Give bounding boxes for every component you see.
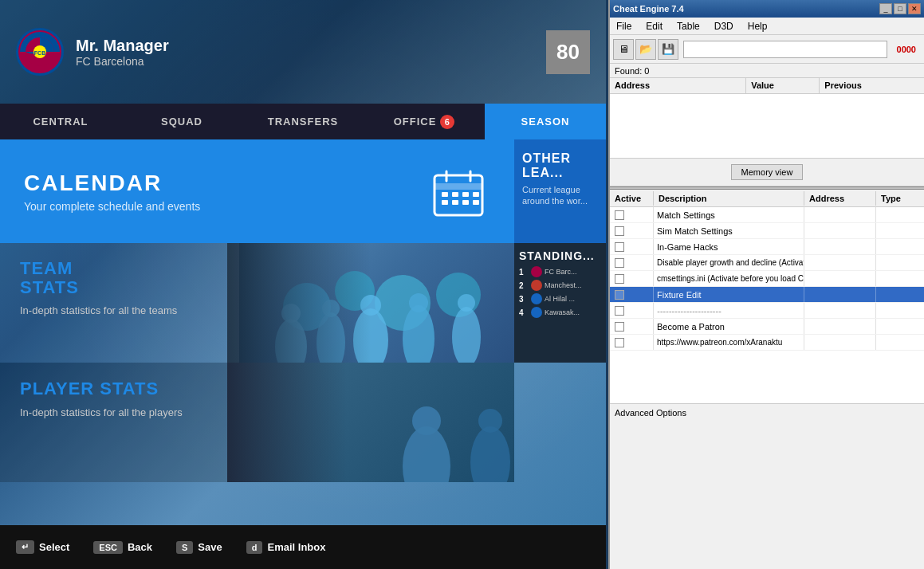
ce-cell-check-8[interactable] <box>610 335 654 350</box>
ce-cell-sep-desc: ---------------------- <box>654 303 804 318</box>
ce-cell-type-6 <box>876 287 924 302</box>
ce-titlebar: Cheat Engine 7.4 _ □ ✕ <box>610 0 924 18</box>
manager-name: Mr. Manager <box>76 37 546 55</box>
ce-cell-check-4[interactable] <box>610 255 654 270</box>
manager-info: Mr. Manager FC Barcelona <box>76 37 546 68</box>
ce-cell-type-4 <box>876 255 924 270</box>
ce-cell-desc-8: https://www.patreon.com/xAranaktu <box>654 335 804 350</box>
team-stats-subtitle: In-depth statistics for all the teams <box>20 304 219 318</box>
ce-tool-save[interactable]: 💾 <box>658 39 678 60</box>
select-label: Select <box>39 541 69 553</box>
ce-row-sim-match[interactable]: Sim Match Settings <box>610 223 924 239</box>
standings-title: STANDING... <box>519 249 601 262</box>
standing-badge-4 <box>531 307 542 318</box>
ce-title: Cheat Engine 7.4 <box>613 4 879 14</box>
standing-row-4: 4 Kawasak... <box>519 307 601 318</box>
action-email[interactable]: d Email Inbox <box>246 541 326 554</box>
svg-rect-8 <box>452 192 458 197</box>
ce-memory-view-area: Memory view <box>610 158 924 186</box>
ce-checkbox-4[interactable] <box>615 258 624 268</box>
ce-cell-check-6[interactable] <box>610 287 654 302</box>
ce-advanced-options[interactable]: Advanced Options <box>615 408 686 418</box>
menu-edit[interactable]: Edit <box>643 19 666 33</box>
ce-tool-open[interactable]: 📂 <box>635 39 656 60</box>
ce-upper-table-header: Address Value Previous <box>610 78 924 94</box>
action-back[interactable]: ESC Back <box>93 541 152 554</box>
ce-search-input[interactable] <box>687 45 883 54</box>
player-stats-title: PLAYER STATS <box>20 379 219 399</box>
key-esc: ESC <box>93 541 123 554</box>
ce-checkbox-6[interactable] <box>615 290 624 300</box>
ce-cell-type-5 <box>876 271 924 286</box>
ce-checkbox-3[interactable] <box>615 242 624 252</box>
tab-season[interactable]: SEASON <box>485 104 606 139</box>
svg-rect-7 <box>442 192 448 197</box>
svg-rect-14 <box>473 200 479 205</box>
ce-checkbox-2[interactable] <box>615 226 624 236</box>
menu-file[interactable]: File <box>613 19 635 33</box>
calendar-subtitle: Your complete schedule and events <box>24 200 427 213</box>
ce-cell-check-1[interactable] <box>610 207 654 222</box>
ce-bottom-footer: Advanced Options <box>610 403 924 421</box>
ce-cell-check-7[interactable] <box>610 319 654 334</box>
ce-cell-check-3[interactable] <box>610 239 654 254</box>
ce-cell-sep-addr <box>804 303 876 318</box>
ce-close-button[interactable]: ✕ <box>908 3 921 14</box>
ce-cell-check-2[interactable] <box>610 223 654 238</box>
ce-checkbox-8[interactable] <box>615 338 624 347</box>
ce-cell-addr-4 <box>804 255 876 270</box>
ce-checkbox-1[interactable] <box>615 210 624 220</box>
ce-tool-screen[interactable]: 🖥 <box>613 39 634 60</box>
action-select[interactable]: ↵ Select <box>16 540 69 554</box>
ce-th-address: Address <box>610 78 746 93</box>
ce-toolbar: 🖥 📂 💾 0000 <box>610 35 924 64</box>
calendar-section[interactable]: CALENDAR Your complete schedule and even… <box>0 139 514 243</box>
tab-office[interactable]: OFFICE 6 <box>364 104 485 139</box>
ce-cell-desc-4: Disable player growth and decline (Activ… <box>654 255 804 270</box>
ce-cell-type-7 <box>876 319 924 334</box>
ce-row-fixture-edit[interactable]: Fixture Edit <box>610 287 924 303</box>
ce-row-cmsettings[interactable]: cmsettings.ini (Activate before you load… <box>610 271 924 287</box>
tab-central[interactable]: CENTRAL <box>0 104 121 139</box>
ce-row-ingame-hacks[interactable]: In-Game Hacks <box>610 239 924 255</box>
team-stats-title: TEAMSTATS <box>20 259 219 297</box>
ce-maximize-button[interactable]: □ <box>894 3 906 14</box>
other-leagues-text: Current league around the wor... <box>522 184 598 207</box>
ce-checkbox-7[interactable] <box>615 322 624 332</box>
ce-cell-desc-5: cmsettings.ini (Activate before you load… <box>654 271 804 286</box>
other-leagues-section[interactable]: OTHER LEA... Current league around the w… <box>514 139 606 243</box>
ce-row-patreon-url[interactable]: https://www.patreon.com/xAranaktu <box>610 335 924 351</box>
ce-row-disable-growth[interactable]: Disable player growth and decline (Activ… <box>610 255 924 271</box>
tab-transfers[interactable]: TRANSFERS <box>242 104 364 139</box>
player-stats-section[interactable]: PLAYER STATS In-depth statistics for all… <box>0 363 514 482</box>
header: FCB Mr. Manager FC Barcelona 80 <box>0 0 606 104</box>
menu-table[interactable]: Table <box>674 19 703 33</box>
ce-cell-type-8 <box>876 335 924 350</box>
back-label: Back <box>128 541 152 553</box>
ce-minimize-button[interactable]: _ <box>879 3 892 14</box>
ce-row-patron[interactable]: Become a Patron <box>610 319 924 335</box>
memory-view-button[interactable]: Memory view <box>731 164 804 180</box>
ce-found-label: Found: 0 <box>610 64 924 78</box>
svg-point-21 <box>403 305 434 363</box>
ce-cell-addr-7 <box>804 319 876 334</box>
ce-checkbox-5[interactable] <box>615 274 624 284</box>
team-stats-section[interactable]: TEAMSTATS In-depth statistics for all th… <box>0 243 514 363</box>
ce-cell-desc-1: Match Settings <box>654 207 804 222</box>
svg-text:FCB: FCB <box>34 50 45 56</box>
ce-row-match-settings[interactable]: Match Settings <box>610 207 924 223</box>
ce-cell-sep-check <box>610 303 654 318</box>
bottom-bar: ↵ Select ESC Back S Save d Email Inbox <box>0 525 606 569</box>
ce-cell-desc-2: Sim Match Settings <box>654 223 804 238</box>
menu-d3d[interactable]: D3D <box>711 19 737 33</box>
action-save[interactable]: S Save <box>176 541 222 554</box>
standings-section[interactable]: STANDING... 1 FC Barc... 2 Manchest... 3… <box>514 243 606 363</box>
team-stats-image <box>227 243 514 363</box>
standing-row-1: 1 FC Barc... <box>519 266 601 277</box>
svg-point-27 <box>470 426 510 482</box>
menu-help[interactable]: Help <box>745 19 771 33</box>
ce-cell-check-5[interactable] <box>610 271 654 286</box>
tab-squad[interactable]: SQUAD <box>121 104 242 139</box>
ce-cell-addr-2 <box>804 223 876 238</box>
standing-row-3: 3 Al Hilal ... <box>519 293 601 304</box>
